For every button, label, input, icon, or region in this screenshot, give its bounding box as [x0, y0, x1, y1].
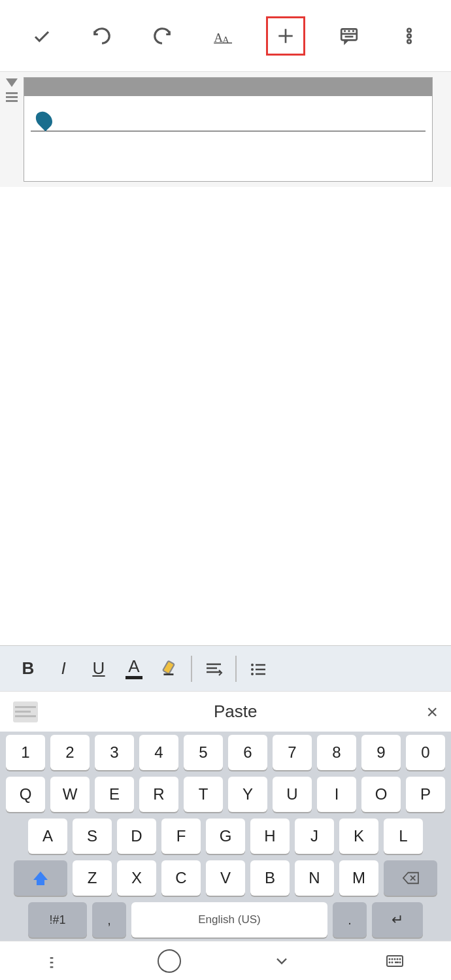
key-a[interactable]: A: [28, 819, 67, 854]
nav-chevron-button[interactable]: [262, 948, 301, 974]
key-j[interactable]: J: [295, 819, 334, 854]
paste-close-button[interactable]: ×: [426, 701, 438, 723]
svg-point-11: [407, 28, 410, 31]
key-0[interactable]: 0: [406, 735, 445, 770]
key-b[interactable]: B: [250, 860, 290, 896]
space-key[interactable]: English (US): [131, 902, 327, 938]
key-1[interactable]: 1: [6, 735, 45, 770]
svg-point-21: [251, 668, 254, 671]
keyboard-row-qwerty: Q W E R T Y U I O P: [0, 773, 451, 815]
key-u[interactable]: U: [273, 777, 312, 812]
enter-key[interactable]: ↵: [372, 902, 423, 938]
key-8[interactable]: 8: [317, 735, 356, 770]
document-body[interactable]: [0, 187, 451, 645]
svg-point-12: [407, 34, 410, 37]
document-page[interactable]: [24, 77, 433, 182]
key-i[interactable]: I: [317, 777, 356, 812]
key-m[interactable]: M: [339, 860, 378, 896]
paste-icon: [13, 701, 38, 722]
bold-button[interactable]: B: [10, 652, 46, 685]
key-f[interactable]: F: [161, 819, 201, 854]
key-x[interactable]: X: [117, 860, 156, 896]
shift-key[interactable]: [14, 860, 67, 896]
document-area: [0, 72, 451, 187]
italic-button[interactable]: I: [46, 652, 81, 685]
keyboard-row-bottom: !#1 , English (US) . ↵: [0, 899, 451, 941]
key-r[interactable]: R: [139, 777, 178, 812]
paste-bar: Paste ×: [0, 691, 451, 732]
nav-home-button[interactable]: [150, 948, 189, 974]
highlighter-button[interactable]: [152, 652, 187, 685]
key-y[interactable]: Y: [228, 777, 267, 812]
paste-label[interactable]: Paste: [44, 701, 426, 722]
home-circle-icon: [158, 949, 181, 973]
svg-rect-30: [387, 956, 403, 966]
key-o[interactable]: O: [361, 777, 401, 812]
key-6[interactable]: 6: [228, 735, 267, 770]
list-button[interactable]: [241, 652, 276, 685]
text-cursor: [33, 108, 56, 131]
color-a-bar: [125, 676, 142, 679]
key-s[interactable]: S: [73, 819, 112, 854]
doc-header-bar: [24, 78, 432, 96]
key-p[interactable]: P: [406, 777, 445, 812]
svg-point-19: [251, 664, 254, 666]
nav-keyboard-button[interactable]: [375, 948, 414, 974]
add-button[interactable]: [266, 16, 305, 56]
key-w[interactable]: W: [50, 777, 90, 812]
underline-label: U: [93, 658, 105, 679]
toolbar-divider: [191, 656, 192, 682]
key-k[interactable]: K: [339, 819, 378, 854]
text-format-button[interactable]: A A: [206, 20, 239, 52]
key-h[interactable]: H: [250, 819, 290, 854]
doc-content[interactable]: [24, 96, 432, 175]
key-t[interactable]: T: [184, 777, 223, 812]
doc-cursor-line: [31, 103, 426, 131]
redo-button[interactable]: [146, 20, 178, 52]
period-key[interactable]: .: [333, 902, 367, 938]
align-button[interactable]: [196, 652, 231, 685]
key-7[interactable]: 7: [273, 735, 312, 770]
key-n[interactable]: N: [295, 860, 334, 896]
key-5[interactable]: 5: [184, 735, 223, 770]
key-c[interactable]: C: [161, 860, 201, 896]
nav-lines-button[interactable]: [37, 948, 76, 974]
bottom-nav: [0, 941, 451, 980]
symbols-key[interactable]: !#1: [28, 902, 87, 938]
key-g[interactable]: G: [206, 819, 245, 854]
svg-rect-14: [163, 660, 175, 673]
svg-point-23: [251, 673, 254, 675]
text-color-button[interactable]: A: [116, 652, 152, 685]
comment-button[interactable]: [333, 20, 365, 52]
format-toolbar: B I U A: [0, 645, 451, 691]
underline-button[interactable]: U: [81, 652, 116, 685]
key-l[interactable]: L: [384, 819, 423, 854]
undo-button[interactable]: [86, 20, 118, 52]
keyboard-row-asdf: A S D F G H J K L: [0, 815, 451, 857]
key-4[interactable]: 4: [139, 735, 178, 770]
side-triangle-icon: [6, 78, 18, 87]
toolbar-divider-2: [235, 656, 237, 682]
key-q[interactable]: Q: [6, 777, 45, 812]
key-9[interactable]: 9: [361, 735, 401, 770]
key-e[interactable]: E: [95, 777, 134, 812]
keyboard-row-numbers: 1 2 3 4 5 6 7 8 9 0: [0, 732, 451, 773]
key-3[interactable]: 3: [95, 735, 134, 770]
backspace-key[interactable]: [384, 860, 437, 896]
key-v[interactable]: V: [206, 860, 245, 896]
svg-point-13: [407, 39, 410, 42]
top-toolbar: A A: [0, 0, 451, 72]
key-d[interactable]: D: [117, 819, 156, 854]
key-z[interactable]: Z: [73, 860, 112, 896]
side-lines: [6, 92, 18, 102]
side-markers: [0, 72, 24, 187]
color-a-label: A: [128, 658, 139, 675]
check-button[interactable]: [25, 20, 58, 52]
comma-key[interactable]: ,: [92, 902, 126, 938]
more-button[interactable]: [393, 20, 426, 52]
keyboard-row-zxcv: Z X C V B N M: [0, 857, 451, 899]
key-2[interactable]: 2: [50, 735, 90, 770]
keyboard: 1 2 3 4 5 6 7 8 9 0 Q W E R T Y U I O P …: [0, 732, 451, 941]
